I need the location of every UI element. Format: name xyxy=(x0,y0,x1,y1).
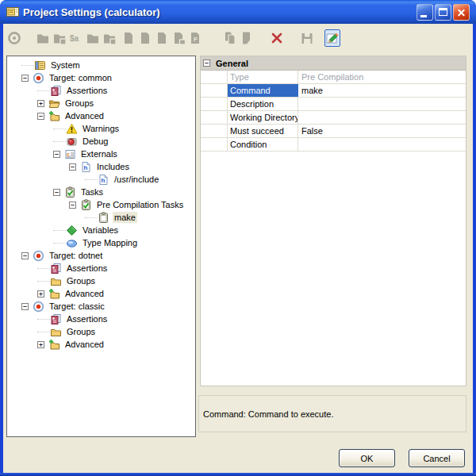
property-category-header[interactable]: − General xyxy=(201,56,466,71)
tree-node-label: Assertions xyxy=(65,313,109,324)
new-item-button-5[interactable]: F xyxy=(187,29,203,47)
new-item-button-4[interactable] xyxy=(171,29,186,47)
tree-node-type-mapping[interactable]: Type Mapping xyxy=(7,236,195,249)
property-row-gutter xyxy=(201,84,228,97)
collapse-icon[interactable]: − xyxy=(21,303,29,310)
property-name[interactable]: Working Directory xyxy=(228,111,298,124)
document-toolbar-icon xyxy=(138,31,152,45)
new-folder-button-3[interactable] xyxy=(85,29,101,47)
property-row-condition: Condition xyxy=(201,138,466,152)
property-row-must-succeed: Must succeedFalse xyxy=(201,125,466,138)
collapse-icon[interactable]: − xyxy=(53,189,60,196)
property-row-gutter xyxy=(201,71,228,83)
tree-node-externals[interactable]: −cExternals xyxy=(7,148,195,160)
property-value[interactable]: False xyxy=(298,125,466,137)
tree-node-tasks[interactable]: −Tasks xyxy=(7,186,195,198)
close-button[interactable] xyxy=(453,4,470,21)
system-icon xyxy=(34,60,46,71)
edit-button[interactable] xyxy=(324,29,340,47)
new-item-button-1[interactable] xyxy=(121,29,136,47)
property-name[interactable]: Condition xyxy=(228,138,298,151)
tree-node-usr-include[interactable]: h/usr/include xyxy=(7,173,195,186)
property-row-gutter xyxy=(201,125,228,137)
collapse-icon[interactable]: − xyxy=(53,151,60,158)
task-item-icon xyxy=(98,212,109,224)
property-name[interactable]: Must succeed xyxy=(228,125,298,137)
new-item-button-3[interactable] xyxy=(154,29,170,47)
collapse-icon[interactable]: − xyxy=(21,75,29,82)
warning-icon xyxy=(66,123,78,135)
paste-button[interactable] xyxy=(239,29,255,47)
property-name[interactable]: Command xyxy=(228,84,298,97)
tree-node-label: Debug xyxy=(81,136,109,147)
delete-button[interactable] xyxy=(269,29,285,47)
collapse-icon[interactable]: − xyxy=(69,202,76,209)
tree-node-assertions[interactable]: Assertions xyxy=(7,313,195,325)
tree-node-label: Groups xyxy=(65,275,97,286)
tree-node-advanced[interactable]: +Advanced xyxy=(7,338,195,351)
titlebar[interactable]: Project Settings (calculator) xyxy=(0,0,476,24)
tree-node-target-classic[interactable]: −Target: classic xyxy=(7,300,195,313)
tree-node-pre-compilation-tasks[interactable]: −Pre Compilation Tasks xyxy=(7,198,195,211)
property-row-working-directory: Working Directory xyxy=(201,111,466,125)
expand-icon[interactable]: + xyxy=(37,341,44,348)
property-value[interactable] xyxy=(298,98,466,110)
ok-button[interactable]: OK xyxy=(339,449,395,467)
property-name[interactable]: Description xyxy=(228,98,298,110)
property-value[interactable]: make xyxy=(298,84,466,97)
tree-node-assertions[interactable]: Assertions xyxy=(7,84,195,97)
tree-node-label: Advanced xyxy=(63,110,106,121)
expand-icon[interactable]: + xyxy=(37,100,44,107)
tree-node-label: Externals xyxy=(79,148,119,159)
externals-icon: c xyxy=(64,148,76,160)
folder-open-icon xyxy=(48,98,60,109)
tree-node-assertions[interactable]: Assertions xyxy=(7,262,195,274)
maximize-button[interactable] xyxy=(435,4,451,21)
tree-node-label: Variables xyxy=(81,225,120,236)
new-assertion-button[interactable]: $a xyxy=(68,29,84,47)
new-folder-button-4[interactable] xyxy=(102,29,117,47)
tree-node-label: Advanced xyxy=(63,288,106,299)
maximize-icon xyxy=(439,8,447,16)
minimize-button[interactable] xyxy=(416,4,433,21)
tree-node-includes[interactable]: −hIncludes xyxy=(7,160,195,173)
tree-connector xyxy=(37,90,50,91)
document-badge-toolbar-icon xyxy=(171,31,186,45)
copy-button[interactable] xyxy=(222,29,238,47)
tree-node-variables[interactable]: Variables xyxy=(7,224,195,236)
tree-connector xyxy=(53,230,66,231)
property-value[interactable] xyxy=(298,111,466,124)
collapse-icon[interactable]: − xyxy=(21,252,29,259)
variable-toolbar-icon: $a xyxy=(69,31,83,45)
collapse-icon[interactable]: − xyxy=(69,163,76,171)
tree-node-target-dotnet[interactable]: −Target: dotnet xyxy=(7,249,195,262)
collapse-icon[interactable]: − xyxy=(37,113,44,120)
folder-plus-icon xyxy=(48,339,60,351)
tree-node-debug[interactable]: Debug xyxy=(7,135,195,148)
tree-node-make[interactable]: make xyxy=(7,211,195,224)
tree-node-system[interactable]: System xyxy=(7,59,195,71)
property-value[interactable] xyxy=(298,138,466,151)
expand-icon[interactable]: + xyxy=(37,290,44,298)
tree-node-target-common[interactable]: −Target: common xyxy=(7,71,195,84)
tree-node-label: Warnings xyxy=(81,123,121,134)
tree-node-advanced[interactable]: −Advanced xyxy=(7,109,195,122)
property-value[interactable]: Pre Compilation xyxy=(298,71,466,83)
property-row-description: Description xyxy=(201,98,466,111)
window-title: Project Settings (calculator) xyxy=(23,6,160,18)
tree-node-label: Target: dotnet xyxy=(48,250,104,261)
property-name[interactable]: Type xyxy=(228,71,298,83)
save-button[interactable] xyxy=(299,29,315,47)
new-target-button[interactable] xyxy=(6,29,22,47)
tree-node-warnings[interactable]: Warnings xyxy=(7,122,195,135)
folder-closed-icon xyxy=(50,326,62,338)
cancel-button[interactable]: Cancel xyxy=(409,449,465,467)
tree-node-groups[interactable]: Groups xyxy=(7,274,195,287)
new-folder-button-1[interactable] xyxy=(35,29,51,47)
tree-node-advanced[interactable]: +Advanced xyxy=(7,287,195,300)
tree-node-groups[interactable]: +Groups xyxy=(7,97,195,109)
new-folder-button-2[interactable] xyxy=(52,29,67,47)
collapse-icon[interactable]: − xyxy=(203,60,210,67)
tree-node-groups[interactable]: Groups xyxy=(7,325,195,338)
new-item-button-2[interactable] xyxy=(137,29,153,47)
